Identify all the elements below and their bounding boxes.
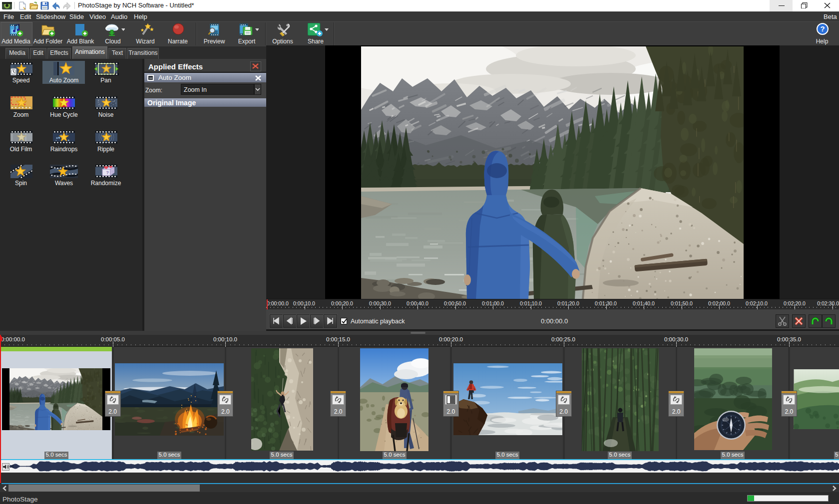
svg-text:?: ? [820,24,825,33]
svg-text:?: ? [111,170,113,174]
svg-text:?: ? [106,170,109,175]
